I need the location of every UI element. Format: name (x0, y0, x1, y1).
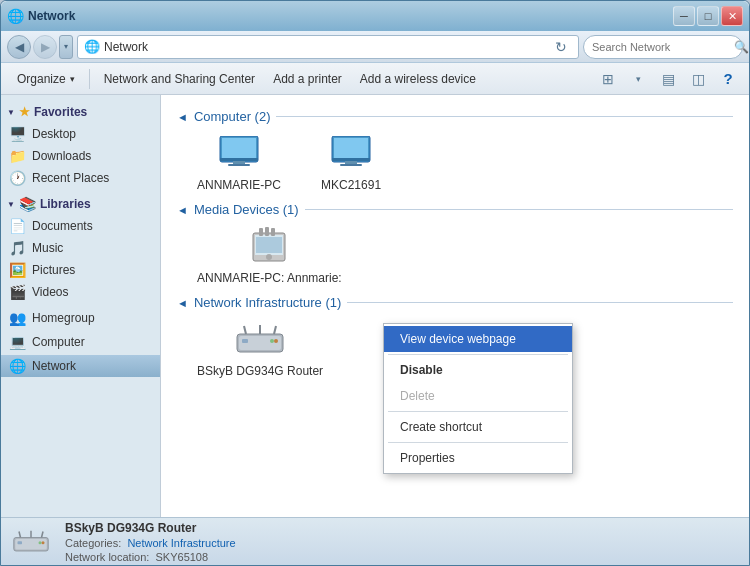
sidebar-item-computer[interactable]: 💻 Computer (1, 331, 160, 353)
close-button[interactable]: ✕ (721, 6, 743, 26)
svg-line-19 (244, 326, 246, 334)
computer-icon: 💻 (9, 334, 26, 350)
documents-label: Documents (32, 219, 93, 233)
pictures-icon: 🖼️ (9, 262, 26, 278)
router-item[interactable]: BSkyB DG934G Router (197, 320, 323, 378)
window-title: Network (28, 9, 75, 23)
nav-dropdown-button[interactable]: ▾ (59, 35, 73, 59)
homegroup-label: Homegroup (32, 311, 95, 325)
desktop-label: Desktop (32, 127, 76, 141)
downloads-icon: 📁 (9, 148, 26, 164)
location-value: SKY65108 (156, 551, 209, 563)
preview-pane-button[interactable]: ◫ (685, 66, 711, 92)
media-items-row: ANNMARIE-PC: Annmarie: (197, 227, 733, 285)
sidebar-item-downloads[interactable]: 📁 Downloads (1, 145, 160, 167)
computer1-svg (218, 136, 260, 172)
svg-rect-3 (233, 161, 245, 164)
details-pane-button[interactable]: ▤ (655, 66, 681, 92)
sidebar-item-homegroup[interactable]: 👥 Homegroup (1, 307, 160, 329)
status-device-icon (13, 524, 49, 560)
forward-button[interactable]: ▶ (33, 35, 57, 59)
favorites-label: Favorites (34, 105, 87, 119)
status-bar: BSkyB DG934G Router Categories: Network … (1, 517, 749, 565)
refresh-button[interactable]: ↻ (550, 36, 572, 58)
svg-point-24 (274, 339, 278, 343)
maximize-button[interactable]: □ (697, 6, 719, 26)
categories-label: Categories: (65, 537, 121, 549)
sidebar-item-recent-places[interactable]: 🕐 Recent Places (1, 167, 160, 189)
computer2-item[interactable]: MKC21691 (321, 134, 381, 192)
svg-rect-4 (228, 164, 250, 166)
network-infra-triangle: ◄ (177, 297, 188, 309)
sidebar-item-videos[interactable]: 🎬 Videos (1, 281, 160, 303)
svg-point-12 (266, 254, 272, 260)
svg-rect-9 (340, 164, 362, 166)
view-options-button[interactable]: ⊞ (595, 66, 621, 92)
network-icon: 🌐 (9, 358, 26, 374)
status-device-name: BSkyB DG934G Router (65, 521, 236, 535)
media-section-title: Media Devices (1) (194, 202, 299, 217)
folder-network-icon: 🌐 (7, 8, 24, 24)
svg-rect-1 (222, 138, 256, 160)
libraries-header[interactable]: ▼ 📚 Libraries (1, 193, 160, 215)
content-panel: ◄ Computer (2) AN (161, 95, 749, 517)
ctx-delete: Delete (384, 383, 572, 409)
recent-places-icon: 🕐 (9, 170, 26, 186)
sidebar: ▼ ★ Favorites 🖥️ Desktop 📁 Downloads 🕐 R… (1, 95, 161, 517)
status-info: BSkyB DG934G Router Categories: Network … (65, 521, 236, 563)
router-svg (236, 324, 284, 356)
svg-point-23 (270, 339, 274, 343)
computer-items-row: ANNMARIE-PC MKC21691 (197, 134, 733, 192)
ctx-create-shortcut[interactable]: Create shortcut (384, 414, 572, 440)
address-path: Network (104, 40, 546, 54)
computer1-item[interactable]: ANNMARIE-PC (197, 134, 281, 192)
back-button[interactable]: ◀ (7, 35, 31, 59)
context-menu: View device webpage Disable Delete Creat… (383, 323, 573, 474)
ctx-view-webpage[interactable]: View device webpage (384, 326, 572, 352)
sidebar-item-network[interactable]: 🌐 Network (1, 355, 160, 377)
svg-rect-13 (259, 228, 263, 236)
svg-rect-14 (265, 227, 269, 236)
search-box[interactable]: 🔍 (583, 35, 743, 59)
network-sharing-button[interactable]: Network and Sharing Center (96, 66, 263, 92)
svg-line-21 (274, 326, 276, 334)
ctx-separator-1 (388, 354, 568, 355)
computer-section-divider (276, 116, 733, 117)
sidebar-item-documents[interactable]: 📄 Documents (1, 215, 160, 237)
help-button[interactable]: ? (715, 66, 741, 92)
address-box[interactable]: 🌐 Network ↻ (77, 35, 579, 59)
media1-item[interactable]: ANNMARIE-PC: Annmarie: (197, 227, 342, 285)
favorites-triangle: ▼ (7, 108, 15, 117)
search-input[interactable] (592, 41, 730, 53)
sidebar-item-music[interactable]: 🎵 Music (1, 237, 160, 259)
sidebar-item-pictures[interactable]: 🖼️ Pictures (1, 259, 160, 281)
recent-places-label: Recent Places (32, 171, 109, 185)
sidebar-item-desktop[interactable]: 🖥️ Desktop (1, 123, 160, 145)
title-bar-left: 🌐 Network (7, 8, 75, 24)
status-categories: Categories: Network Infrastructure (65, 537, 236, 549)
ctx-disable[interactable]: Disable (384, 357, 572, 383)
toolbar: Organize ▾ Network and Sharing Center Ad… (1, 63, 749, 95)
minimize-button[interactable]: ─ (673, 6, 695, 26)
categories-value[interactable]: Network Infrastructure (127, 537, 235, 549)
libraries-section: ▼ 📚 Libraries 📄 Documents 🎵 Music 🖼️ Pic… (1, 193, 160, 303)
search-icon[interactable]: 🔍 (734, 40, 749, 54)
media-triangle: ◄ (177, 204, 188, 216)
favorites-star-icon: ★ (19, 105, 30, 119)
ctx-properties[interactable]: Properties (384, 445, 572, 471)
media1-svg (251, 227, 287, 267)
toolbar-separator-1 (89, 69, 90, 89)
media1-label: ANNMARIE-PC: Annmarie: (197, 271, 342, 285)
nav-buttons: ◀ ▶ ▾ (7, 35, 73, 59)
add-printer-button[interactable]: Add a printer (265, 66, 350, 92)
add-wireless-button[interactable]: Add a wireless device (352, 66, 484, 92)
organize-button[interactable]: Organize ▾ (9, 66, 83, 92)
libraries-icon: 📚 (19, 196, 36, 212)
svg-rect-2 (220, 158, 258, 161)
media1-icon (245, 227, 293, 267)
title-bar: 🌐 Network ─ □ ✕ (1, 1, 749, 31)
router-icon (236, 320, 284, 360)
documents-icon: 📄 (9, 218, 26, 234)
view-dropdown-button[interactable]: ▾ (625, 66, 651, 92)
favorites-header[interactable]: ▼ ★ Favorites (1, 101, 160, 123)
